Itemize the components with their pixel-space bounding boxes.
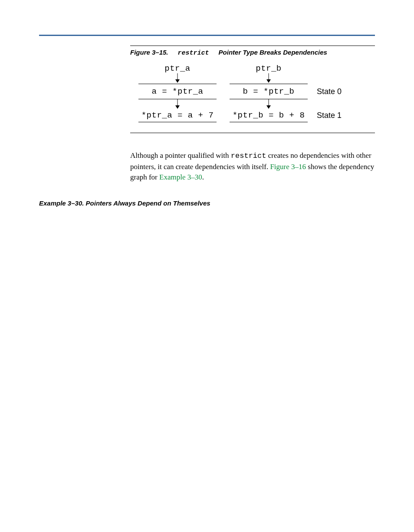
diagram-ptr-b-label: ptr_b bbox=[223, 64, 314, 73]
diagram-state-1: State 1 bbox=[314, 111, 353, 120]
diagram-state-0: State 0 bbox=[314, 87, 353, 96]
diagram-rule bbox=[230, 122, 308, 122]
figure-caption: Figure 3–15. restrict Pointer Type Break… bbox=[130, 46, 375, 61]
diagram-store-a: *ptr_a = a + 7 bbox=[132, 111, 223, 120]
figure-keyword: restrict bbox=[178, 49, 209, 57]
page-top-rule bbox=[39, 35, 375, 36]
diagram-rule bbox=[230, 84, 308, 84]
diagram-row-mid: a = *ptr_a b = *ptr_b State 0 bbox=[132, 84, 375, 99]
para-link-figure[interactable]: Figure 3–16 bbox=[270, 163, 306, 171]
diagram-rule bbox=[138, 122, 217, 122]
dependency-diagram: ptr_a ptr_b a = *ptr_a b = *ptr_b State … bbox=[130, 61, 375, 128]
diagram-ptr-a-label: ptr_a bbox=[132, 64, 223, 73]
para-link-example[interactable]: Example 3–30 bbox=[159, 173, 202, 181]
figure-block: Figure 3–15. restrict Pointer Type Break… bbox=[130, 46, 375, 133]
arrow-down-icon bbox=[132, 99, 223, 110]
para-text-4: . bbox=[202, 173, 204, 181]
arrow-down-icon bbox=[223, 99, 314, 110]
arrow-down-icon bbox=[132, 73, 223, 84]
diagram-arrow-row-1 bbox=[132, 73, 375, 84]
figure-bottom-rule bbox=[130, 133, 375, 133]
diagram-row-bot: *ptr_a = a + 7 *ptr_b = b + 8 State 1 bbox=[132, 110, 375, 120]
diagram-assign-a: a = *ptr_a bbox=[132, 87, 223, 96]
para-keyword: restrict bbox=[231, 152, 266, 160]
example-heading: Example 3–30. Pointers Always Depend on … bbox=[39, 199, 375, 207]
body-paragraph: Although a pointer qualified with restri… bbox=[130, 150, 375, 183]
arrow-down-icon bbox=[223, 73, 314, 84]
figure-number: Figure 3–15. bbox=[130, 49, 168, 56]
figure-title: Pointer Type Breaks Dependencies bbox=[219, 49, 327, 56]
diagram-store-b: *ptr_b = b + 8 bbox=[223, 111, 314, 120]
diagram-rule-row-3 bbox=[132, 122, 375, 122]
page-content: Figure 3–15. restrict Pointer Type Break… bbox=[39, 46, 375, 207]
diagram-assign-b: b = *ptr_b bbox=[223, 87, 314, 96]
diagram-arrow-row-2 bbox=[132, 99, 375, 110]
diagram-row-top: ptr_a ptr_b bbox=[132, 64, 375, 73]
para-text-1: Although a pointer qualified with bbox=[130, 151, 231, 160]
diagram-rule bbox=[138, 84, 217, 84]
